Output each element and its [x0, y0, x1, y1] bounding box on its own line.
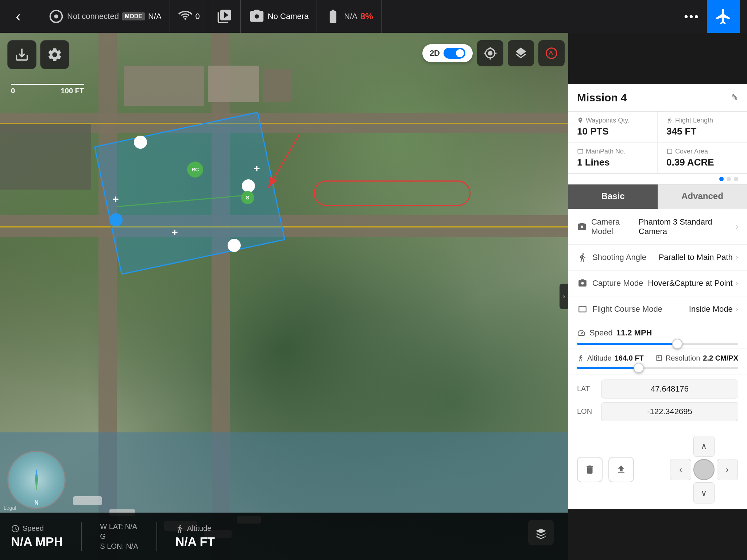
transmission-icon	[216, 8, 232, 24]
flight-length-icon	[666, 117, 673, 124]
back-button[interactable]: ‹	[7, 8, 29, 25]
locate-button[interactable]	[477, 40, 503, 66]
waypoint-plus-3[interactable]: +	[171, 226, 178, 238]
flight-course-chevron: ›	[736, 304, 738, 314]
divider-1	[81, 522, 82, 551]
camera-model-value: Phantom 3 Standard Camera	[639, 217, 733, 236]
delete-button[interactable]	[577, 457, 603, 482]
gps-g: G	[100, 532, 138, 541]
altitude-slider-track[interactable]	[577, 367, 738, 369]
capture-mode-row[interactable]: Capture Mode Hover&Capture at Point ›	[568, 271, 747, 296]
altitude-icon	[175, 524, 184, 533]
waypoint-rc[interactable]: RC	[187, 162, 203, 178]
capture-mode-right: Hover&Capture at Point ›	[648, 279, 738, 288]
settings-button[interactable]	[40, 40, 69, 69]
gps-section: W LAT: N/A G S LON: N/A	[100, 522, 138, 551]
save-icon	[14, 47, 30, 63]
transmission-item	[208, 0, 241, 33]
speed-slider-thumb[interactable]	[672, 339, 682, 349]
battery-item: N/A 8%	[317, 0, 381, 33]
yellow-line2	[0, 226, 568, 228]
dpad-down[interactable]: ∨	[693, 482, 715, 503]
edit-button[interactable]: ✎	[731, 93, 738, 103]
shooting-angle-right: Parallel to Main Path ›	[659, 253, 738, 262]
speed-slider-track[interactable]	[577, 343, 738, 345]
cover-area-value: 0.39 ACRE	[666, 157, 738, 168]
tab-basic[interactable]: Basic	[568, 184, 658, 209]
toggle-2d-button[interactable]: 2D	[422, 44, 473, 62]
scale-end: 100 FT	[61, 87, 84, 95]
gear-icon	[47, 47, 63, 63]
speed-value: N/A MPH	[11, 534, 63, 549]
more-button[interactable]: •••	[684, 10, 700, 23]
mainpath-label: MainPath No.	[577, 148, 649, 155]
satellite-view-button[interactable]	[508, 40, 534, 66]
shooting-angle-icon	[577, 253, 588, 262]
flight-length-label: Flight Length	[666, 117, 738, 124]
compass-widget: N	[7, 451, 66, 509]
battery-icon	[325, 8, 341, 24]
shooting-angle-chevron: ›	[736, 253, 738, 262]
lon-input[interactable]	[601, 402, 738, 421]
dpad-up[interactable]: ∧	[693, 436, 715, 457]
panel-area: › Mission 4 ✎ Waypoints Qty. 10 PTS	[568, 33, 747, 560]
map-layer-button[interactable]	[528, 520, 554, 545]
top-bar: ‹ Not connected MODE N/A 0 No Camera N/A…	[0, 0, 747, 33]
mode-badge: MODE	[122, 12, 145, 20]
cover-area-stat: Cover Area 0.39 ACRE	[658, 143, 747, 174]
upload-button[interactable]	[608, 457, 634, 482]
map-area[interactable]: RC + + + S	[0, 33, 568, 560]
boat1	[73, 496, 102, 505]
map-controls-tl	[7, 40, 69, 69]
latlon-section: LAT LON	[568, 374, 747, 430]
altitude-resolution-section: Altitude 164.0 FT Resolution 2.2 CM/PX	[568, 349, 747, 374]
speed-value: 11.2 MPH	[616, 328, 652, 338]
panel-stats: Waypoints Qty. 10 PTS Flight Length 345 …	[568, 112, 747, 174]
altitude-slider-thumb[interactable]	[634, 363, 644, 373]
camera-item: No Camera	[241, 0, 317, 33]
flight-course-icon	[577, 304, 588, 314]
save-map-button[interactable]	[7, 40, 36, 69]
flight-course-row[interactable]: Flight Course Mode Inside Mode ›	[568, 296, 747, 322]
dpad-left[interactable]: ‹	[670, 459, 691, 480]
waypoint-blue[interactable]	[109, 213, 123, 226]
flight-course-left: Flight Course Mode	[577, 304, 662, 314]
drone-icon	[48, 8, 64, 24]
lon-label: LON	[577, 407, 595, 416]
lat-input[interactable]	[601, 380, 738, 398]
page-dots	[568, 174, 747, 184]
waypoint-plus-1[interactable]: +	[253, 162, 260, 175]
speed-icon	[11, 524, 20, 533]
signal-icon	[178, 9, 193, 24]
tab-advanced[interactable]: Advanced	[658, 184, 747, 209]
page-dot-1	[719, 177, 724, 181]
panel-collapse-button[interactable]: ›	[560, 284, 568, 309]
waypoint-green-s[interactable]: S	[241, 191, 254, 204]
shooting-angle-row[interactable]: Shooting Angle Parallel to Main Path ›	[568, 245, 747, 271]
battery-label: N/A	[344, 12, 357, 21]
altitude-value: N/A FT	[175, 534, 215, 549]
waypoint-plus-2[interactable]: +	[112, 193, 119, 205]
flight-length-value: 345 FT	[666, 126, 738, 137]
toggle-2d-switch[interactable]	[444, 48, 465, 59]
altitude-panel-icon	[577, 354, 584, 362]
fly-button[interactable]	[707, 0, 740, 33]
page-dot-2	[727, 177, 731, 181]
lat-row: LAT	[577, 380, 738, 398]
shooting-angle-label: Shooting Angle	[592, 253, 646, 262]
waypoints-icon	[577, 117, 584, 124]
waypoint-1[interactable]	[134, 136, 147, 149]
bottom-bar: Speed N/A MPH W LAT: N/A G S LON: N/A Al…	[0, 513, 568, 560]
dpad-right[interactable]: ›	[717, 459, 738, 480]
waypoint-2[interactable]	[242, 179, 255, 192]
dpad-center[interactable]	[693, 459, 715, 480]
altitude-value-panel: 164.0 FT	[615, 354, 644, 362]
gps-s: S LON: N/A	[100, 542, 138, 551]
compass-n-label: N	[34, 499, 39, 506]
compass-button[interactable]	[538, 40, 565, 66]
waypoint-3[interactable]	[228, 239, 241, 252]
trash-icon	[584, 464, 595, 475]
camera-model-row[interactable]: Camera Model Phantom 3 Standard Camera ›	[568, 209, 747, 245]
building3	[263, 69, 292, 102]
svg-point-0	[54, 15, 58, 19]
